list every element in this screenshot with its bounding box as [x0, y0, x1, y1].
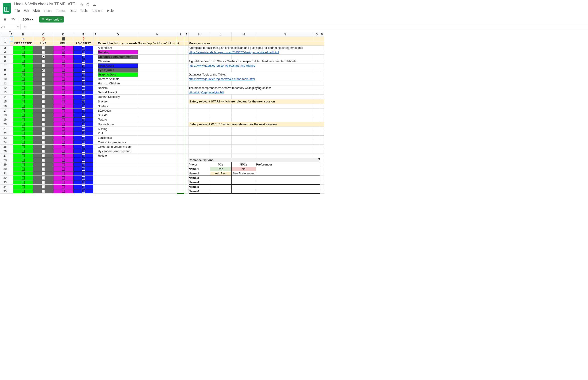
- checkbox[interactable]: [22, 55, 25, 58]
- checkbox[interactable]: [42, 105, 45, 108]
- checkbox[interactable]: [42, 55, 45, 58]
- line-checkbox-cell[interactable]: [33, 149, 53, 153]
- checkbox[interactable]: [62, 176, 65, 180]
- a-cell[interactable]: [177, 109, 184, 113]
- line-checkbox-cell[interactable]: [33, 81, 53, 86]
- line-checkbox-cell[interactable]: [33, 136, 53, 140]
- checkbox[interactable]: [22, 159, 25, 162]
- line-checkbox-cell[interactable]: [33, 189, 53, 193]
- topic-cell[interactable]: Suicide: [98, 113, 138, 117]
- checkbox[interactable]: [82, 185, 85, 189]
- row-header[interactable]: 16: [0, 104, 10, 109]
- a-cell[interactable]: [177, 86, 184, 90]
- checkbox[interactable]: [82, 91, 85, 94]
- veil-checkbox-cell[interactable]: [53, 122, 73, 127]
- col-header[interactable]: B: [13, 32, 33, 37]
- row-header[interactable]: 26: [0, 149, 10, 153]
- romance-npcs-cell[interactable]: [231, 180, 256, 185]
- checkbox[interactable]: [62, 181, 65, 184]
- checkbox[interactable]: [42, 73, 45, 76]
- checkbox[interactable]: [42, 127, 45, 131]
- a-cell[interactable]: [177, 95, 184, 99]
- topic-cell[interactable]: Eye Injuries: [98, 68, 138, 72]
- a-cell[interactable]: [177, 122, 184, 127]
- checkbox[interactable]: [82, 55, 85, 58]
- topic-cell[interactable]: Torture: [98, 117, 138, 122]
- notes-cell[interactable]: [138, 86, 177, 90]
- romance-player-name[interactable]: Name 1: [189, 167, 210, 171]
- checkbox[interactable]: [22, 105, 25, 108]
- ask-checkbox-cell[interactable]: [73, 59, 93, 63]
- interested-checkbox-cell[interactable]: [13, 99, 33, 104]
- checkbox[interactable]: [62, 51, 65, 54]
- topic-cell[interactable]: [98, 189, 138, 193]
- notes-cell[interactable]: [138, 122, 177, 127]
- topic-cell[interactable]: Starvation: [98, 109, 138, 113]
- romance-player-name[interactable]: Name 3: [189, 176, 210, 180]
- checkbox[interactable]: [62, 159, 65, 162]
- checkbox[interactable]: [82, 114, 85, 117]
- veil-checkbox-cell[interactable]: [53, 176, 73, 180]
- row-header[interactable]: 23: [0, 136, 10, 140]
- resource-link[interactable]: https://www.gauntlet-rpg.com/tools-of-th…: [189, 77, 255, 81]
- resource-link[interactable]: https://alles-ist-zahl.blogspot.com/2019…: [189, 51, 279, 54]
- checkbox[interactable]: [42, 145, 45, 148]
- notes-cell[interactable]: [138, 131, 177, 136]
- topic-cell[interactable]: Alcoholism: [98, 46, 138, 50]
- checkbox[interactable]: [82, 118, 85, 121]
- line-checkbox-cell[interactable]: [33, 46, 53, 50]
- interested-checkbox-cell[interactable]: [13, 77, 33, 81]
- interested-checkbox-cell[interactable]: [13, 140, 33, 145]
- checkbox[interactable]: [22, 95, 25, 98]
- romance-prefs-cell[interactable]: [256, 176, 320, 180]
- checkbox[interactable]: [82, 69, 85, 72]
- name-box[interactable]: A1▼: [0, 24, 21, 29]
- checkbox[interactable]: [82, 141, 85, 144]
- notes-cell[interactable]: [138, 136, 177, 140]
- checkbox[interactable]: [62, 132, 65, 135]
- topic-cell[interactable]: Graphic Gore: [98, 72, 138, 77]
- veil-checkbox-cell[interactable]: [53, 55, 73, 59]
- checkbox[interactable]: [82, 159, 85, 162]
- a-cell[interactable]: [177, 72, 184, 77]
- a-cell[interactable]: [177, 113, 184, 117]
- checkbox[interactable]: [42, 114, 45, 117]
- checkbox[interactable]: [82, 190, 85, 193]
- checkbox[interactable]: [22, 69, 25, 72]
- checkbox[interactable]: [42, 60, 45, 63]
- checkbox[interactable]: [22, 118, 25, 121]
- checkbox[interactable]: [62, 69, 65, 72]
- veil-checkbox-cell[interactable]: [53, 113, 73, 117]
- filter-icon[interactable]: ⧩ ▾: [10, 17, 17, 22]
- checkbox[interactable]: [82, 105, 85, 108]
- topic-cell[interactable]: Harm to Animals: [98, 77, 138, 81]
- checkbox[interactable]: [22, 123, 25, 126]
- interested-checkbox-cell[interactable]: [13, 59, 33, 63]
- row-header[interactable]: 21: [0, 127, 10, 131]
- line-checkbox-cell[interactable]: [33, 59, 53, 63]
- row-header[interactable]: 33: [0, 180, 10, 185]
- topic-cell[interactable]: Religion: [98, 153, 138, 158]
- checkbox[interactable]: [22, 136, 25, 139]
- checkbox[interactable]: [82, 51, 85, 54]
- a-cell[interactable]: [177, 145, 184, 149]
- view-only-button[interactable]: 👁 View only ▾: [39, 16, 64, 22]
- ask-checkbox-cell[interactable]: [73, 72, 93, 77]
- checkbox[interactable]: [42, 86, 45, 90]
- checkbox[interactable]: [22, 141, 25, 144]
- checkbox[interactable]: [42, 190, 45, 193]
- interested-checkbox-cell[interactable]: [13, 50, 33, 55]
- checkbox[interactable]: [22, 145, 25, 148]
- checkbox[interactable]: [42, 141, 45, 144]
- checkbox[interactable]: [82, 95, 85, 98]
- romance-prefs-cell[interactable]: [256, 185, 320, 189]
- veil-checkbox-cell[interactable]: [53, 149, 73, 153]
- checkbox[interactable]: [62, 82, 65, 85]
- menu-edit[interactable]: Edit: [22, 8, 31, 13]
- checkbox[interactable]: [22, 172, 25, 175]
- romance-prefs-cell[interactable]: [256, 180, 320, 185]
- row-header[interactable]: 18: [0, 113, 10, 117]
- formula-input[interactable]: [30, 24, 588, 29]
- topic-cell[interactable]: [98, 180, 138, 185]
- line-checkbox-cell[interactable]: [33, 77, 53, 81]
